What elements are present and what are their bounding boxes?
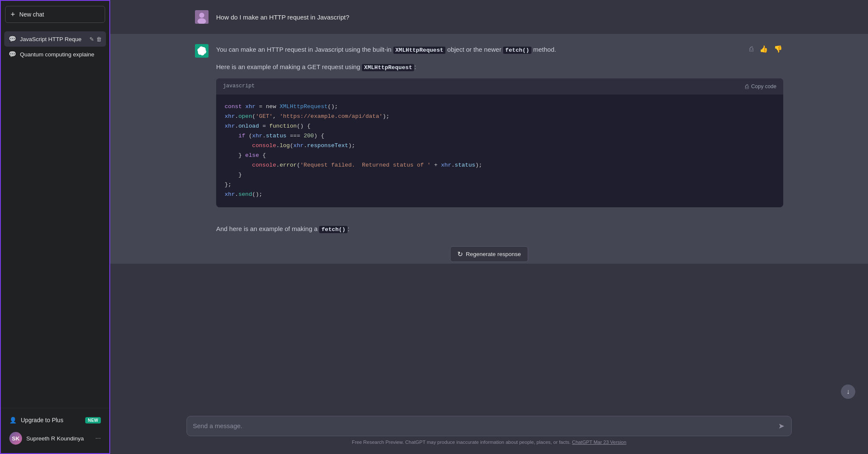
person-icon: 👤 (9, 417, 17, 423)
regenerate-bar: ↻ Regenerate response (110, 243, 868, 264)
edit-icon[interactable]: ✎ (89, 36, 94, 42)
chat-item-label-2: Quantum computing explaine (20, 51, 102, 58)
fetch-inline-code: fetch() (319, 226, 348, 233)
upgrade-label: Upgrade to Plus (21, 417, 81, 423)
user-row[interactable]: SK Supreeth R Koundinya ··· (5, 428, 105, 449)
chat-area: How do I make an HTTP request in Javascr… (110, 0, 868, 411)
ai-message-actions: ⎙ 👍 👎 (748, 44, 783, 54)
ai-response-content: You can make an HTTP request in Javascri… (216, 44, 783, 213)
svg-point-1 (199, 13, 204, 18)
chatgpt-version-link[interactable]: ChatGPT Mar 23 Version (572, 440, 626, 445)
copy-code-button[interactable]: ⎙ Copy code (745, 83, 776, 90)
code-block-header: javascript ⎙ Copy code (216, 78, 783, 95)
regen-icon: ↻ (457, 250, 463, 258)
chat-bubble-icon: 💬 (8, 35, 17, 43)
sidebar-top: + New chat (1, 1, 109, 30)
regenerate-button[interactable]: ↻ Regenerate response (450, 246, 528, 262)
user-message-text: How do I make an HTTP request in Javascr… (216, 10, 349, 23)
plus-icon: + (11, 11, 15, 18)
message-input[interactable] (193, 421, 773, 431)
sidebar-item-chat-1[interactable]: 💬 JavaScript HTTP Reque ✎ 🗑 (4, 31, 106, 47)
message-input-wrapper: ➤ (186, 416, 792, 436)
partial-response-text: And here is an example of making a fetch… (216, 223, 349, 235)
user-name: Supreeth R Koundinya (26, 435, 91, 442)
chat-item-actions: ✎ 🗑 (89, 36, 102, 42)
user-avatar: SK (9, 432, 22, 445)
down-arrow-icon: ↓ (846, 388, 850, 396)
scroll-to-bottom-button[interactable]: ↓ (841, 384, 855, 399)
send-icon: ➤ (778, 421, 785, 431)
ai-example-intro: Here is an example of making a GET reque… (216, 61, 783, 73)
sidebar-bottom: 👤 Upgrade to Plus NEW SK Supreeth R Koun… (1, 408, 109, 453)
new-chat-button[interactable]: + New chat (5, 6, 105, 23)
copy-response-button[interactable]: ⎙ (748, 44, 754, 54)
thumbs-up-button[interactable]: 👍 (759, 44, 769, 54)
user-avatar-chat (195, 10, 209, 24)
main-content: How do I make an HTTP request in Javascr… (110, 0, 868, 454)
sidebar-item-chat-2[interactable]: 💬 Quantum computing explaine (4, 47, 106, 62)
code-language-label: javascript (223, 82, 255, 91)
inline-code-1: XMLHttpRequest (393, 47, 445, 54)
copy-code-label: Copy code (751, 84, 776, 89)
new-badge: NEW (85, 417, 101, 423)
ai-message-row: You can make an HTTP request in Javascri… (110, 34, 868, 223)
footer-text: Free Research Preview. ChatGPT may produ… (186, 436, 792, 451)
partial-text-row: And here is an example of making a fetch… (110, 223, 868, 243)
chat-list: 💬 JavaScript HTTP Reque ✎ 🗑 💬 Quantum co… (1, 30, 109, 408)
inline-code-3: XMLHttpRequest (362, 64, 414, 71)
input-area: ➤ Free Research Preview. ChatGPT may pro… (110, 411, 868, 454)
thumbs-down-button[interactable]: 👎 (773, 44, 783, 54)
ai-avatar (195, 44, 209, 58)
ellipsis-icon[interactable]: ··· (95, 435, 101, 442)
ai-intro-paragraph: You can make an HTTP request in Javascri… (216, 44, 783, 56)
trash-icon[interactable]: 🗑 (96, 36, 102, 42)
new-chat-label: New chat (19, 11, 44, 18)
code-block-content: const xhr = new XMLHttpRequest(); xhr.op… (216, 95, 783, 207)
code-block-wrapper: javascript ⎙ Copy code const xhr = new X… (216, 78, 783, 207)
chat-item-label: JavaScript HTTP Reque (20, 36, 86, 42)
send-button[interactable]: ➤ (777, 421, 785, 432)
regen-label: Regenerate response (466, 251, 521, 257)
chat-bubble-icon-2: 💬 (8, 50, 17, 58)
copy-icon: ⎙ (745, 83, 748, 90)
upgrade-row[interactable]: 👤 Upgrade to Plus NEW (5, 412, 105, 428)
inline-code-2: fetch() (503, 47, 531, 54)
sidebar: + New chat 💬 JavaScript HTTP Reque ✎ 🗑 💬… (0, 0, 110, 454)
user-message-row: How do I make an HTTP request in Javascr… (110, 0, 868, 34)
